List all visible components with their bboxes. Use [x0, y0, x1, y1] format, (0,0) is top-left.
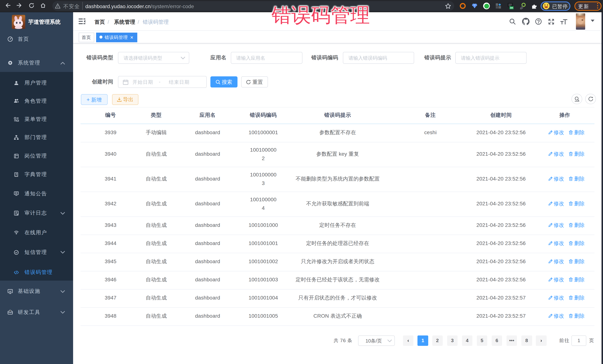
svg-text:on: on [510, 6, 513, 9]
